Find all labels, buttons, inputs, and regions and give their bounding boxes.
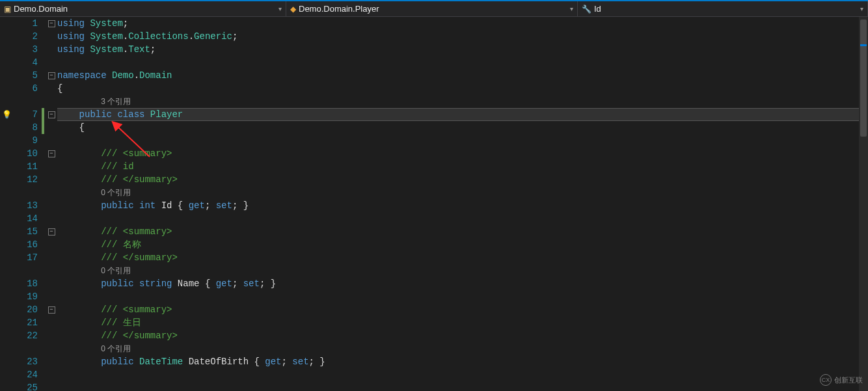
watermark: CX 创新互联: [820, 374, 863, 386]
line-number: [13, 342, 38, 355]
line-number: 3: [13, 43, 38, 56]
fold-toggle[interactable]: −: [48, 306, 55, 314]
line-number: 22: [13, 329, 38, 342]
breadcrumb-member[interactable]: 🔧 Id ▾: [578, 1, 868, 16]
quickfix-icon[interactable]: 💡: [2, 110, 12, 120]
line-number: 8: [13, 121, 38, 134]
scrollbar-thumb[interactable]: [860, 20, 867, 137]
breadcrumb-namespace[interactable]: ▣ Demo.Domain ▾: [0, 1, 286, 16]
line-number-gutter: 1234567891011121314151617181920212223242…: [13, 17, 42, 391]
namespace-icon: ▣: [4, 5, 11, 14]
code-line[interactable]: [57, 368, 868, 381]
line-number: 17: [13, 251, 38, 264]
line-number: [13, 186, 38, 199]
line-number: 6: [13, 82, 38, 95]
code-line[interactable]: public int Id { get; set; }: [57, 199, 868, 212]
line-number: 25: [13, 381, 38, 391]
chevron-down-icon: ▾: [860, 5, 863, 12]
line-number: 7: [13, 108, 38, 121]
code-line[interactable]: /// id: [57, 160, 868, 173]
code-line[interactable]: 0 个引用: [57, 264, 868, 277]
breadcrumb-namespace-label: Demo.Domain: [14, 4, 68, 14]
code-area[interactable]: using System;using System.Collections.Ge…: [57, 17, 868, 391]
line-number: 16: [13, 238, 38, 251]
vertical-scrollbar[interactable]: [859, 17, 868, 391]
code-line[interactable]: 0 个引用: [57, 186, 868, 199]
line-number: 4: [13, 56, 38, 69]
line-number: 13: [13, 199, 38, 212]
change-marker: [42, 108, 44, 121]
code-line[interactable]: /// 名称: [57, 238, 868, 251]
line-number: 9: [13, 134, 38, 147]
code-line[interactable]: using System.Text;: [57, 43, 868, 56]
code-line[interactable]: namespace Demo.Domain: [57, 69, 868, 82]
change-marker: [42, 121, 44, 134]
code-line[interactable]: /// </summary>: [57, 173, 868, 186]
line-number: 21: [13, 316, 38, 329]
line-number: 24: [13, 368, 38, 381]
code-line[interactable]: public string Name { get; set; }: [57, 277, 868, 290]
chevron-down-icon: ▾: [570, 5, 573, 12]
line-number: 1: [13, 17, 38, 30]
line-number: 2: [13, 30, 38, 43]
line-number: 10: [13, 147, 38, 160]
line-number: 18: [13, 277, 38, 290]
code-line[interactable]: [57, 56, 868, 69]
fold-toggle[interactable]: −: [48, 72, 55, 79]
line-number: 12: [13, 173, 38, 186]
class-icon: ◆: [290, 5, 296, 14]
gutter-margin: 💡: [0, 17, 13, 391]
code-line[interactable]: [57, 381, 868, 391]
code-line[interactable]: {: [57, 82, 868, 95]
fold-toggle[interactable]: −: [48, 20, 55, 27]
scrollbar-marker: [860, 44, 867, 46]
code-line[interactable]: 0 个引用: [57, 342, 868, 355]
line-number: [13, 264, 38, 277]
code-line[interactable]: public DateTime DateOfBirth { get; set; …: [57, 355, 868, 368]
code-line[interactable]: /// </summary>: [57, 251, 868, 264]
code-line[interactable]: [57, 134, 868, 147]
line-number: 14: [13, 212, 38, 225]
breadcrumb-member-label: Id: [594, 4, 601, 14]
line-number: 19: [13, 290, 38, 303]
line-number: 11: [13, 160, 38, 173]
code-line[interactable]: 3 个引用: [57, 95, 868, 108]
breadcrumb-class[interactable]: ◆ Demo.Domain.Player ▾: [286, 1, 578, 16]
code-line[interactable]: /// <summary>: [57, 147, 868, 160]
code-editor[interactable]: 💡 12345678910111213141516171819202122232…: [0, 17, 868, 391]
code-line[interactable]: using System.Collections.Generic;: [57, 30, 868, 43]
code-line[interactable]: /// <summary>: [57, 303, 868, 316]
line-number: 23: [13, 355, 38, 368]
code-line[interactable]: /// <summary>: [57, 225, 868, 238]
line-number: 15: [13, 225, 38, 238]
code-line[interactable]: /// </summary>: [57, 329, 868, 342]
code-line[interactable]: /// 生日: [57, 316, 868, 329]
line-number: [13, 95, 38, 108]
fold-toggle[interactable]: −: [48, 150, 55, 157]
fold-toggle[interactable]: −: [48, 111, 55, 118]
code-line[interactable]: using System;: [57, 17, 868, 30]
chevron-down-icon: ▾: [278, 5, 282, 12]
code-line[interactable]: [57, 290, 868, 303]
code-line[interactable]: {: [57, 121, 868, 134]
breadcrumb-bar: ▣ Demo.Domain ▾ ◆ Demo.Domain.Player ▾ 🔧…: [0, 1, 868, 17]
fold-toggle[interactable]: −: [48, 228, 55, 236]
wrench-icon: 🔧: [582, 5, 591, 14]
breadcrumb-class-label: Demo.Domain.Player: [299, 4, 379, 14]
line-number: 5: [13, 69, 38, 82]
watermark-logo-icon: CX: [820, 374, 832, 386]
code-line[interactable]: [57, 212, 868, 225]
fold-gutter: −−−−−−: [46, 17, 57, 391]
code-line[interactable]: public class Player: [57, 108, 868, 121]
line-number: 20: [13, 303, 38, 316]
watermark-text: 创新互联: [834, 375, 863, 385]
